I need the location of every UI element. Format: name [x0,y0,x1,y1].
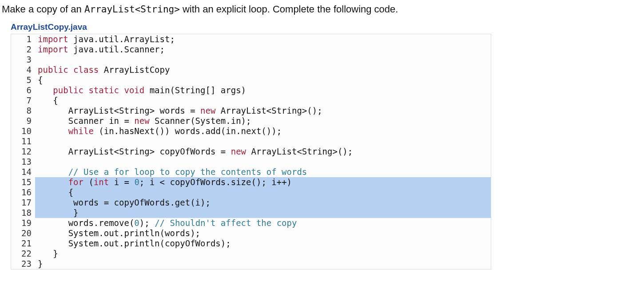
code-line[interactable]: 16 { [11,187,491,198]
code-content[interactable] [35,157,491,167]
file-name-label: ArrayListCopy.java [11,22,642,32]
line-number: 20 [11,228,35,238]
code-line[interactable]: 17 words = copyOfWords.get(i); [11,198,491,208]
code-line[interactable]: 15 for (int i = 0; i < copyOfWords.size(… [11,177,491,187]
code-token: // Shouldn't affect the copy [155,218,297,228]
code-token [38,177,68,187]
line-number: 16 [11,187,35,198]
code-line[interactable]: 3 [11,55,491,65]
code-content[interactable]: } [35,259,491,269]
code-token: 0 [134,218,139,228]
code-content[interactable]: { [35,95,491,106]
code-content[interactable]: public class ArrayListCopy [35,65,491,75]
line-number: 22 [11,249,35,259]
line-number: 11 [11,136,35,147]
instruction-post: with an explicit loop. Complete the foll… [180,4,398,15]
line-number: 6 [11,85,35,95]
instruction-mono: ArrayList<String> [84,4,180,15]
code-line[interactable]: 7 { [11,95,491,106]
code-line[interactable]: 18 } [11,208,491,218]
code-content[interactable]: Scanner in = new Scanner(System.in); [35,116,491,126]
code-content[interactable]: for (int i = 0; i < copyOfWords.size(); … [35,177,491,187]
code-token: public static void [53,85,144,95]
code-token: ; i < copyOfWords.size(); i++) [139,177,292,187]
code-line[interactable]: 11 [11,136,491,147]
code-line[interactable]: 9 Scanner in = new Scanner(System.in); [11,116,491,126]
code-content[interactable]: System.out.println(copyOfWords); [35,238,491,249]
code-line[interactable]: 6 public static void main(String[] args) [11,85,491,95]
code-token: ArrayListCopy [99,65,170,75]
line-number: 3 [11,55,35,65]
instruction-text: Make a copy of an ArrayList<String> with… [2,3,642,16]
code-line[interactable]: 20 System.out.println(words); [11,228,491,238]
code-token: 0 [134,177,139,187]
code-token: System.out.println(copyOfWords); [38,238,231,248]
code-token: new [200,106,215,115]
line-number: 12 [11,147,35,157]
code-token: words = copyOfWords.get(i); [38,198,211,207]
code-token: new [134,116,149,126]
code-content[interactable]: { [35,75,491,85]
code-token: ArrayList<String>(); [246,147,353,156]
code-token: } [38,249,58,258]
code-content[interactable] [35,136,491,147]
code-token: (in.hasNext()) words.add(in.next()); [94,126,282,136]
code-line[interactable]: 23} [11,259,491,269]
code-token: while [68,126,94,136]
code-line[interactable]: 10 while (in.hasNext()) words.add(in.nex… [11,126,491,136]
code-line[interactable]: 1import java.util.ArrayList; [11,34,491,44]
code-line[interactable]: 22 } [11,249,491,259]
code-editor[interactable]: 1import java.util.ArrayList;2import java… [11,34,491,269]
line-number: 2 [11,44,35,55]
code-token: import [38,44,68,54]
code-token: for [68,177,83,187]
line-number: 7 [11,95,35,106]
code-token [38,85,53,95]
code-content[interactable]: { [35,187,491,198]
code-token: ArrayList<String>(); [215,106,322,115]
code-token: ); [139,218,155,228]
code-token: Scanner(System.in); [150,116,251,126]
code-token: main(String[] args) [144,85,246,95]
code-content[interactable]: while (in.hasNext()) words.add(in.next()… [35,126,491,136]
code-content[interactable]: import java.util.Scanner; [35,44,491,55]
code-token: } [38,208,79,218]
code-token: ( [83,177,94,187]
code-line[interactable]: 14 // Use a for loop to copy the content… [11,167,491,177]
code-content[interactable]: words = copyOfWords.get(i); [35,198,491,208]
code-content[interactable]: public static void main(String[] args) [35,85,491,95]
code-content[interactable]: ArrayList<String> copyOfWords = new Arra… [35,147,491,157]
code-content[interactable]: ArrayList<String> words = new ArrayList<… [35,106,491,116]
line-number: 4 [11,65,35,75]
code-content[interactable]: System.out.println(words); [35,228,491,238]
code-line[interactable]: 13 [11,157,491,167]
code-token: java.util.ArrayList; [68,34,175,44]
code-token: int [94,177,109,187]
code-line[interactable]: 8 ArrayList<String> words = new ArrayLis… [11,106,491,116]
code-content[interactable]: // Use a for loop to copy the contents o… [35,167,491,177]
line-number: 17 [11,198,35,208]
code-content[interactable]: words.remove(0); // Shouldn't affect the… [35,218,491,228]
code-line[interactable]: 12 ArrayList<String> copyOfWords = new A… [11,147,491,157]
code-token: new [231,147,246,156]
code-line[interactable]: 4public class ArrayListCopy [11,65,491,75]
code-token: { [38,95,58,105]
code-line[interactable]: 19 words.remove(0); // Shouldn't affect … [11,218,491,228]
code-token: // Use a for loop to copy the contents o… [68,167,307,177]
code-content[interactable] [35,55,491,65]
line-number: 21 [11,238,35,249]
code-line[interactable]: 21 System.out.println(copyOfWords); [11,238,491,249]
line-number: 1 [11,34,35,44]
code-line[interactable]: 5{ [11,75,491,85]
code-token: { [38,187,73,197]
code-line[interactable]: 2import java.util.Scanner; [11,44,491,55]
code-content[interactable]: } [35,208,491,218]
code-content[interactable]: } [35,249,491,259]
code-content[interactable]: import java.util.ArrayList; [35,34,491,44]
line-number: 9 [11,116,35,126]
code-token: ArrayList<String> words = [38,106,200,115]
line-number: 15 [11,177,35,187]
line-number: 23 [11,259,35,269]
code-token: java.util.Scanner; [68,44,165,54]
code-token: } [38,259,43,269]
